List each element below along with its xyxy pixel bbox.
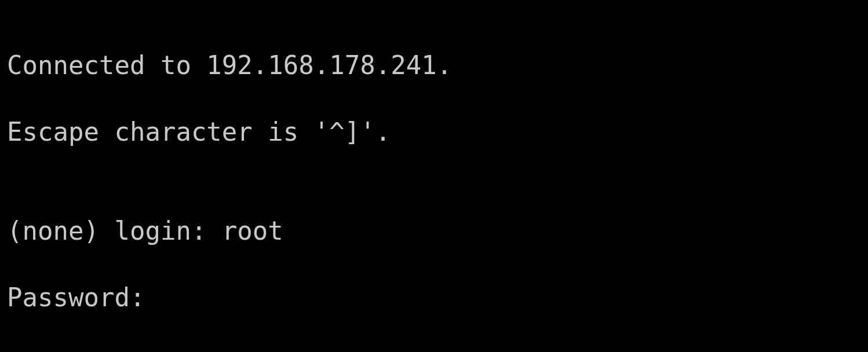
password-prompt: Password: [7,281,861,314]
output-connected: Connected to 192.168.178.241. [7,49,861,82]
login-input: root [222,216,283,245]
login-prompt: (none) login: [7,216,222,245]
welcome-banner: Welcome to HiLinux. [7,347,861,352]
output-escape-char: Escape character is '^]'. [7,115,861,148]
terminal-window[interactable]: Connected to 192.168.178.241. Escape cha… [0,0,868,335]
